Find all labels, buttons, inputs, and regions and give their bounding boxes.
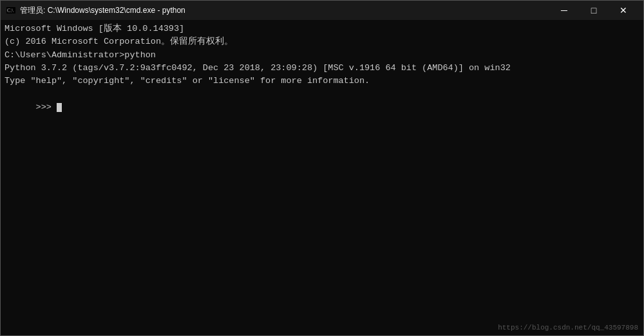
- console-body[interactable]: Microsoft Windows [版本 10.0.14393] (c) 20…: [1, 20, 643, 335]
- close-button[interactable]: ✕: [609, 1, 638, 20]
- console-line: (c) 2016 Microsoft Corporation。保留所有权利。: [5, 35, 639, 48]
- title-bar-text: 管理员: C:\Windows\system32\cmd.exe - pytho…: [20, 5, 549, 16]
- svg-text:C:\: C:\: [7, 8, 14, 14]
- console-line: Microsoft Windows [版本 10.0.14393]: [5, 23, 639, 35]
- minimize-button[interactable]: ─: [549, 1, 579, 20]
- watermark: https://blog.csdn.net/qq_43597898: [498, 324, 638, 331]
- title-bar-controls: ─ □ ✕: [549, 1, 638, 20]
- title-bar: C:\ 管理员: C:\Windows\system32\cmd.exe - p…: [1, 1, 643, 20]
- console-line: Type "help", "copyright", "credits" or "…: [5, 75, 639, 88]
- console-prompt-line: >>>: [5, 88, 639, 127]
- cursor: [57, 103, 62, 112]
- cmd-window: C:\ 管理员: C:\Windows\system32\cmd.exe - p…: [0, 0, 644, 336]
- console-line: Python 3.7.2 (tags/v3.7.2:9a3ffc0492, De…: [5, 62, 639, 75]
- cmd-icon: C:\: [6, 5, 16, 15]
- maximize-button[interactable]: □: [579, 1, 609, 20]
- console-line: C:\Users\Administrator>python: [5, 49, 639, 62]
